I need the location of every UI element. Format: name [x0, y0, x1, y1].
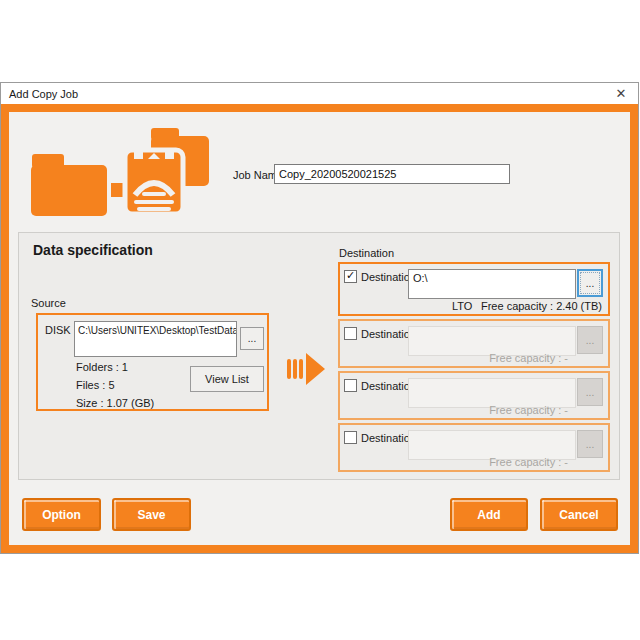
destination3-group: Destination3 ... Free capacity : -	[338, 371, 610, 420]
destination1-browse-button[interactable]: ...	[577, 269, 603, 297]
destination3-browse-button: ...	[577, 378, 603, 406]
destination1-checkbox[interactable]	[344, 270, 357, 283]
source-folder-icon	[29, 152, 109, 218]
source-files-count: Files : 5	[76, 379, 115, 391]
source-browse-button[interactable]: ...	[240, 327, 264, 350]
cancel-button[interactable]: Cancel	[540, 498, 618, 531]
destination3-free-capacity: Free capacity : -	[489, 404, 568, 416]
destination1-group: Destination1 O:\ ... LTO Free capacity :…	[338, 262, 610, 316]
destination2-browse-button: ...	[577, 326, 603, 354]
job-name-input[interactable]	[274, 164, 510, 184]
source-size: Size : 1.07 (GB)	[76, 397, 154, 409]
destination4-checkbox[interactable]	[344, 431, 357, 444]
source-path-field[interactable]: C:\Users\UNITEX\Desktop\TestData	[74, 321, 237, 357]
dialog-content: Job Name Data specification Source DISK …	[9, 112, 630, 545]
source-label: Source	[31, 297, 66, 309]
destination2-free-capacity: Free capacity : -	[489, 352, 568, 364]
add-copy-job-dialog: Add Copy Job ✕	[0, 82, 639, 554]
destination2-group: Destination2 ... Free capacity : -	[338, 319, 610, 368]
destination4-browse-button: ...	[577, 430, 603, 458]
destination3-checkbox[interactable]	[344, 379, 357, 392]
destination4-free-capacity: Free capacity : -	[489, 456, 568, 468]
flow-arrow-icon	[287, 351, 327, 387]
destination-label: Destination	[339, 247, 394, 259]
window-title: Add Copy Job	[9, 88, 612, 100]
panel-title: Data specification	[33, 242, 153, 258]
disk-label: DISK	[45, 324, 71, 336]
option-button[interactable]: Option	[22, 498, 101, 531]
close-icon[interactable]: ✕	[612, 85, 630, 103]
view-list-button[interactable]: View List	[190, 366, 264, 392]
destination1-path-field[interactable]: O:\	[408, 269, 576, 299]
destination2-checkbox[interactable]	[344, 327, 357, 340]
add-button[interactable]: Add	[450, 498, 528, 531]
data-specification-panel: Data specification Source DISK C:\Users\…	[18, 232, 620, 480]
source-folders-count: Folders : 1	[76, 361, 128, 373]
source-group: DISK C:\Users\UNITEX\Desktop\TestData ..…	[36, 313, 269, 411]
save-button[interactable]: Save	[112, 498, 191, 531]
destination1-free-capacity: Free capacity : 2.40 (TB)	[481, 300, 602, 312]
titlebar: Add Copy Job ✕	[1, 83, 638, 104]
destination-tape-folder-icon	[121, 122, 217, 218]
orange-frame: Job Name Data specification Source DISK …	[1, 104, 638, 553]
destination1-media-type: LTO	[452, 300, 472, 312]
destination4-group: Destination4 ... Free capacity : -	[338, 423, 610, 472]
